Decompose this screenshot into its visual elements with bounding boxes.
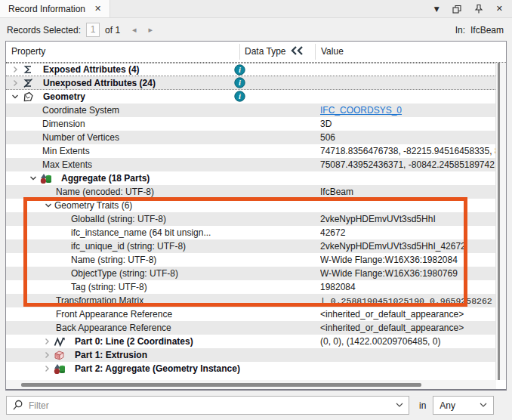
previous-record-button[interactable]: ◂ — [132, 25, 137, 35]
table-row[interactable]: ifc_unique_id (string: UTF-8)2vkeNypHDEm… — [6, 239, 506, 253]
filter-bar: Filter in Any — [0, 391, 512, 420]
chevron-right-icon[interactable] — [9, 66, 21, 73]
in-label: In: — [455, 25, 465, 36]
property-value: | 0.2588190451025190 0.9659258262 — [320, 296, 495, 306]
property-value: <inherited_or_default_appearance> — [320, 323, 495, 333]
filter-placeholder: Filter — [29, 400, 49, 411]
property-label: Dimension — [42, 119, 85, 129]
chevron-right-icon[interactable] — [41, 365, 53, 372]
table-row[interactable]: Name (encoded: UTF-8)IfcBeam — [6, 185, 506, 199]
svg-text:i: i — [239, 66, 241, 74]
table-row[interactable]: Dimension3D — [6, 117, 506, 131]
property-value: W-Wide Flange:W16X36:1980769 — [320, 268, 495, 279]
property-label: ifc_unique_id (string: UTF-8) — [71, 241, 186, 252]
table-row[interactable]: Part 2: Aggregate (Geometry Instance) — [6, 362, 506, 375]
property-label: Name (encoded: UTF-8) — [56, 187, 154, 197]
property-label: Front Appearance Reference — [56, 309, 172, 320]
property-label: Transformation Matrix — [56, 295, 143, 306]
property-value: 42672 — [320, 227, 495, 238]
table-rows: Exposed Attributes (4)iUnexposed Attribu… — [6, 63, 506, 375]
chevron-right-icon[interactable] — [41, 351, 53, 359]
property-label: ifc_instance_name (64 bit unsign... — [71, 227, 211, 238]
property-label: Min Extents — [42, 146, 90, 156]
property-value: 3D — [320, 119, 495, 129]
property-label: Aggregate (18 Parts) — [61, 173, 150, 184]
horizontal-scrollbar-thumb[interactable] — [21, 383, 421, 387]
pin-icon[interactable] — [474, 4, 483, 14]
collapse-column-icon[interactable] — [290, 46, 304, 57]
vertical-scrollbar[interactable] — [495, 63, 506, 380]
info-icon[interactable]: i — [234, 64, 245, 76]
tab-title: Record Information — [8, 4, 85, 14]
property-table: Property Data Type Value Exposed Attribu… — [5, 41, 507, 391]
vertical-scrollbar-thumb[interactable] — [498, 63, 500, 380]
close-icon[interactable]: ✕ — [496, 4, 503, 14]
exposed-attributes-icon — [21, 64, 43, 75]
property-label: Exposed Attributes (4) — [43, 64, 140, 75]
property-value: IfcBeam — [320, 187, 495, 197]
table-row[interactable]: Aggregate (18 Parts) — [6, 171, 506, 185]
filter-input[interactable]: Filter — [6, 396, 409, 415]
float-window-icon[interactable] — [452, 5, 461, 14]
column-divider[interactable] — [239, 44, 240, 60]
chevron-right-icon[interactable] — [41, 338, 53, 345]
records-toolbar: Records Selected: 1 of 1 ◂ ▸ In: IfcBeam — [0, 18, 512, 42]
column-header-data-type: Data Type — [245, 46, 285, 57]
info-icon[interactable]: i — [234, 77, 245, 90]
property-label: Tag (string: UTF-8) — [71, 282, 147, 292]
table-row[interactable]: Back Appearance Reference<inherited_or_d… — [6, 321, 506, 335]
table-row[interactable]: Number of Vertices506 — [6, 131, 506, 144]
table-row[interactable]: Part 1: Extrusion — [6, 348, 506, 362]
table-row[interactable]: Geometryi — [6, 90, 506, 103]
property-value: 2vkeNypHDEmvUVt3sd5HhI_42672 — [320, 241, 495, 252]
property-label: Name (string: UTF-8) — [71, 255, 156, 265]
table-row[interactable]: Tag (string: UTF-8)1982084 — [6, 280, 506, 294]
next-record-button[interactable]: ▸ — [149, 25, 153, 35]
table-row[interactable]: Unexposed Attributes (24)i — [6, 76, 506, 90]
tab-bar: Record Information ✕ ▼ ✕ — [0, 0, 512, 18]
table-row[interactable]: Max Extents75087.43952436371, -80842.245… — [6, 158, 506, 171]
table-row[interactable]: Part 0: Line (2 Coordinates)(0, 0), (142… — [6, 335, 506, 348]
property-value: 1982084 — [320, 282, 495, 292]
table-row[interactable]: Front Appearance Reference<inherited_or_… — [6, 307, 506, 321]
tab-close-icon[interactable]: ✕ — [94, 4, 101, 14]
coordinate-system-link[interactable]: IFC_COORDSYS_0 — [320, 105, 495, 116]
table-header: Property Data Type Value — [6, 42, 506, 63]
property-label: ObjectType (string: UTF-8) — [71, 268, 178, 279]
window-controls: ▼ ✕ — [434, 0, 512, 17]
table-row[interactable]: ObjectType (string: UTF-8)W-Wide Flange:… — [6, 267, 506, 280]
chevron-down-icon[interactable] — [9, 93, 21, 100]
chevron-down-icon[interactable] — [396, 403, 403, 408]
property-value: W-Wide Flange:W16X36:1982084 — [320, 255, 495, 265]
table-row[interactable]: Transformation Matrix| 0.258819045102519… — [6, 294, 506, 307]
info-icon[interactable]: i — [234, 91, 245, 103]
property-label: Part 1: Extrusion — [75, 350, 147, 360]
dropdown-menu-icon[interactable]: ▼ — [434, 5, 440, 13]
table-row[interactable]: Min Extents74718.8356476738, -82215.9451… — [6, 144, 506, 158]
table-row[interactable]: Exposed Attributes (4)i — [6, 63, 506, 76]
table-row[interactable]: GlobalId (string: UTF-8)2vkeNypHDEmvUVt3… — [6, 212, 506, 226]
horizontal-scrollbar[interactable] — [6, 380, 496, 389]
chevron-down-icon[interactable] — [27, 174, 39, 182]
chevron-down-icon[interactable] — [42, 202, 54, 209]
property-value: (0, 0), (1422.00209706485, 0) — [320, 336, 495, 347]
records-of-label: of 1 — [105, 25, 120, 36]
column-header-value: Value — [321, 46, 344, 57]
table-row[interactable]: Geometry Traits (6) — [6, 199, 506, 212]
property-label: Back Appearance Reference — [56, 323, 171, 333]
aggregate-icon — [39, 173, 61, 184]
table-row[interactable]: ifc_instance_name (64 bit unsign...42672 — [6, 226, 506, 239]
filter-scope-select[interactable]: Any — [433, 396, 494, 415]
column-divider[interactable] — [315, 44, 316, 60]
extrusion-icon — [53, 350, 75, 360]
record-index-field[interactable]: 1 — [86, 23, 100, 37]
table-row[interactable]: Coordinate SystemIFC_COORDSYS_0 — [6, 103, 506, 117]
tab-record-information[interactable]: Record Information ✕ — [0, 0, 110, 17]
filter-in-label: in — [419, 400, 426, 411]
record-information-window: Record Information ✕ ▼ ✕ Records Selecte… — [0, 0, 512, 420]
property-label: Part 2: Aggregate (Geometry Instance) — [75, 363, 240, 374]
filter-scope-value: Any — [440, 400, 455, 411]
table-row[interactable]: Name (string: UTF-8)W-Wide Flange:W16X36… — [6, 253, 506, 267]
chevron-right-icon[interactable] — [9, 79, 21, 87]
chevron-down-icon — [480, 403, 487, 408]
